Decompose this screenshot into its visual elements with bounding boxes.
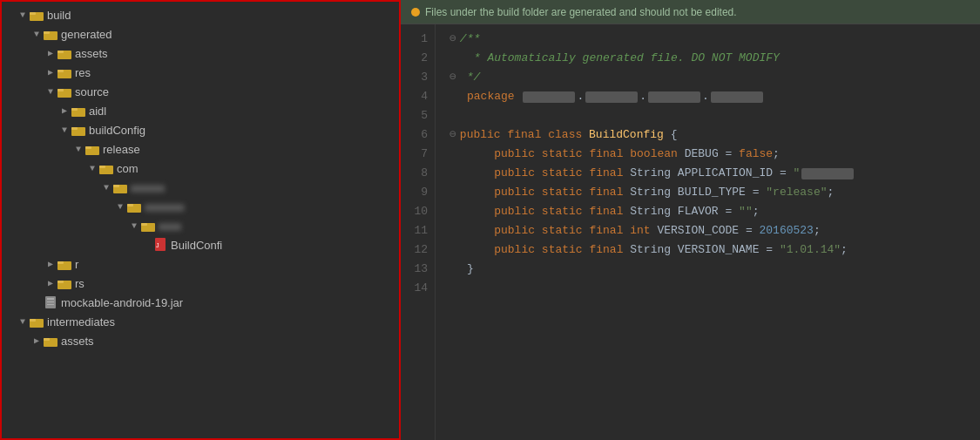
- svg-rect-23: [141, 223, 147, 226]
- tree-container[interactable]: ▼ build ▼ generated ▶ assets ▶ res: [2, 2, 399, 438]
- code-kw-static9: static: [542, 183, 590, 202]
- code-kw-static11: static: [542, 221, 590, 240]
- code-flavor-val: "": [739, 202, 753, 221]
- code-line-3: ⊖ */: [449, 68, 980, 87]
- line-numbers: 1 2 3 4 5 6 7 8 9 10 11 12 13 14: [401, 24, 436, 440]
- tree-item-assets2[interactable]: ▶ assets: [2, 331, 399, 350]
- svg-rect-21: [127, 204, 133, 206]
- tree-arrow-release[interactable]: ▼: [71, 145, 85, 154]
- code-content: ⊖ /** * Automatically generated file. DO…: [436, 24, 980, 440]
- code-keyword-class6: class: [548, 125, 589, 145]
- code-kw-int11: int: [630, 221, 657, 240]
- tree-arrow-buildconfig[interactable]: ▼: [57, 125, 71, 135]
- tree-arrow-rs[interactable]: ▶: [44, 278, 57, 288]
- tree-label-com: com: [117, 162, 139, 175]
- tree-arrow-r[interactable]: ▶: [44, 259, 57, 269]
- code-buildtype-val: "release": [766, 183, 827, 202]
- code-line-7: public static final boolean DEBUG = fals…: [449, 145, 980, 164]
- tree-item-buildconfig[interactable]: ▼ buildConfig: [2, 120, 399, 139]
- tree-item-blur1[interactable]: ▼ xxxxxx: [2, 178, 399, 197]
- svg-rect-3: [44, 31, 50, 34]
- code-kw-final9: final: [589, 183, 630, 202]
- code-kw-false: false: [739, 145, 773, 164]
- code-kw-boolean7: boolean: [630, 145, 684, 164]
- code-type-string12: String: [630, 240, 678, 260]
- code-semi11: ;: [814, 221, 821, 240]
- tree-arrow-source[interactable]: ▼: [44, 87, 57, 97]
- svg-rect-11: [71, 108, 78, 111]
- code-text-2: * Automatically generated file. DO NOT M…: [467, 49, 780, 68]
- tree-arrow-blur3[interactable]: ▼: [127, 221, 141, 231]
- tree-item-blur2[interactable]: ▼ xxxxxxx: [2, 197, 399, 216]
- tree-arrow-assets[interactable]: ▶: [44, 48, 57, 58]
- tree-label-source: source: [75, 85, 109, 98]
- tree-label-assets: assets: [75, 47, 108, 60]
- code-debug-name: DEBUG =: [685, 145, 739, 164]
- tree-item-source[interactable]: ▼ source: [2, 82, 399, 101]
- svg-rect-15: [85, 146, 91, 149]
- code-kw-public8: public: [467, 164, 542, 183]
- code-type-string8: String: [630, 164, 678, 183]
- svg-rect-27: [57, 261, 64, 264]
- code-semi9: ;: [828, 183, 835, 202]
- svg-rect-13: [71, 127, 78, 130]
- code-kw-static8: static: [542, 164, 590, 183]
- tree-item-release[interactable]: ▼ release: [2, 139, 399, 159]
- fold-icon-6[interactable]: ⊖: [449, 125, 456, 145]
- file-tree-panel: ▼ build ▼ generated ▶ assets ▶ res: [0, 0, 401, 440]
- tree-item-com[interactable]: ▼ com: [2, 159, 399, 178]
- tree-arrow-blur1[interactable]: ▼: [99, 183, 113, 193]
- code-kw-final11: final: [589, 221, 630, 240]
- svg-rect-7: [57, 70, 64, 72]
- code-line-9: public static final String BUILD_TYPE = …: [449, 183, 980, 202]
- code-appid-name: APPLICATION_ID =: [678, 164, 794, 183]
- fold-icon-3[interactable]: ⊖: [449, 68, 456, 87]
- tree-arrow-res[interactable]: ▶: [44, 67, 57, 78]
- svg-rect-33: [47, 304, 54, 305]
- code-kw-static12: static: [542, 240, 590, 260]
- tree-label-intermediates: intermediates: [47, 315, 115, 328]
- code-line-12: public static final String VERSION_NAME …: [449, 240, 980, 260]
- tree-item-assets[interactable]: ▶ assets: [2, 44, 399, 63]
- tree-arrow-blur2[interactable]: ▼: [113, 202, 127, 212]
- svg-rect-5: [57, 51, 64, 53]
- code-vcode-name: VERSION_CODE =: [657, 221, 759, 240]
- svg-rect-17: [99, 166, 105, 168]
- tree-item-jar[interactable]: mockable-android-19.jar: [2, 293, 399, 312]
- tree-item-buildconfig-file[interactable]: J BuildConfi: [2, 235, 399, 254]
- tree-arrow-generated[interactable]: ▼: [30, 30, 44, 39]
- tree-label-blur3: xxxx: [159, 220, 181, 233]
- code-semi10: ;: [753, 202, 760, 221]
- tree-item-res[interactable]: ▶ res: [2, 63, 399, 82]
- tree-label-buildconfig-file: BuildConfi: [171, 239, 222, 252]
- fold-icon-1[interactable]: ⊖: [449, 30, 456, 49]
- code-line-8: public static final String APPLICATION_I…: [449, 164, 980, 183]
- tree-item-generated[interactable]: ▼ generated: [2, 24, 399, 44]
- code-line-14: [449, 279, 980, 298]
- code-kw-final10: final: [589, 202, 630, 221]
- tree-item-blur3[interactable]: ▼ xxxx: [2, 216, 399, 235]
- tree-arrow-assets2[interactable]: ▶: [30, 335, 44, 346]
- code-line-4: package ...: [449, 87, 980, 106]
- code-area[interactable]: 1 2 3 4 5 6 7 8 9 10 11 12 13 14 ⊖ /** *: [401, 24, 980, 440]
- tree-arrow-build[interactable]: ▼: [16, 10, 30, 20]
- tree-item-intermediates[interactable]: ▼ intermediates: [2, 312, 399, 331]
- tree-item-aidl[interactable]: ▶ aidl: [2, 101, 399, 120]
- tree-arrow-aidl[interactable]: ▶: [57, 105, 71, 116]
- code-kw-static10: static: [542, 202, 590, 221]
- tree-label-blur1: xxxxxx: [131, 181, 165, 194]
- code-line-2: * Automatically generated file. DO NOT M…: [449, 49, 980, 68]
- code-keyword-final6: final: [507, 125, 548, 145]
- code-line-6: ⊖ public final class BuildConfig {: [449, 125, 980, 145]
- code-kw-public11: public: [467, 221, 542, 240]
- code-kw-public12: public: [467, 240, 542, 260]
- tree-arrow-intermediates[interactable]: ▼: [16, 317, 30, 327]
- tree-label-r: r: [75, 258, 78, 271]
- tree-item-r[interactable]: ▶ r: [2, 254, 399, 274]
- svg-rect-35: [30, 319, 36, 322]
- tree-item-rs[interactable]: ▶ rs: [2, 274, 399, 293]
- code-type-string9: String: [630, 183, 678, 202]
- code-class-buildconfig: BuildConfig: [589, 125, 664, 145]
- tree-arrow-com[interactable]: ▼: [85, 164, 99, 173]
- tree-item-build[interactable]: ▼ build: [2, 5, 399, 24]
